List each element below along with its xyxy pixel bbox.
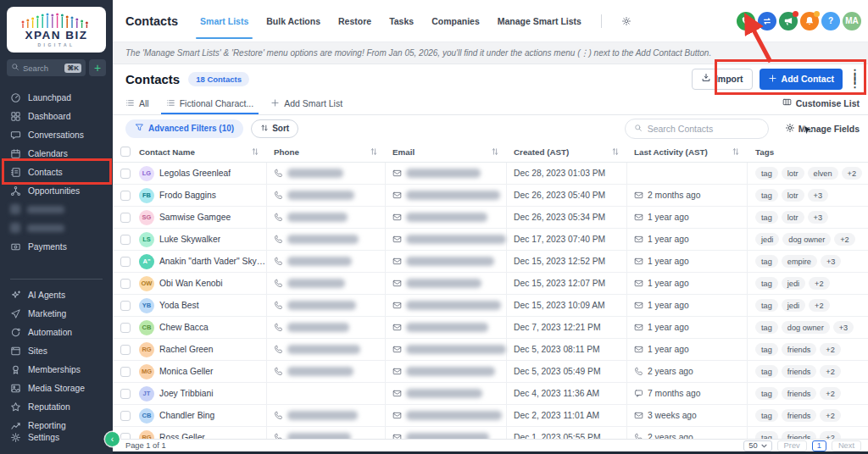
current-page-button[interactable]: 1 bbox=[812, 440, 826, 451]
row-checkbox[interactable] bbox=[120, 323, 131, 333]
tag-pill[interactable]: +3 bbox=[833, 321, 854, 334]
sidebar-item-launchpad[interactable]: Launchpad bbox=[0, 88, 113, 107]
column-header-email[interactable]: Email bbox=[386, 141, 507, 162]
contact-name[interactable]: Obi Wan Kenobi bbox=[159, 279, 223, 288]
topnav-tab-bulk-actions[interactable]: Bulk Actions bbox=[266, 0, 320, 42]
tag-pill[interactable]: +3 bbox=[808, 189, 828, 202]
page-size-select[interactable]: 50 bbox=[743, 440, 771, 451]
tag-pill[interactable]: tag bbox=[755, 211, 778, 224]
table-row[interactable]: A"Anakin "darth Vader" Skywa...Dec 15, 2… bbox=[113, 251, 868, 273]
sidebar-item-settings[interactable]: Settings bbox=[0, 428, 113, 446]
import-button[interactable]: Import bbox=[692, 69, 753, 90]
tag-pill[interactable]: tag bbox=[755, 255, 778, 268]
table-row[interactable]: CBChandler BingDec 2, 2023 11:01 AM3 wee… bbox=[113, 405, 868, 427]
tag-pill[interactable]: tag bbox=[755, 431, 778, 439]
tag-pill[interactable]: friends bbox=[782, 409, 817, 422]
topnav-tab-restore[interactable]: Restore bbox=[338, 0, 371, 42]
tag-pill[interactable]: lotr bbox=[782, 189, 804, 202]
customise-list-button[interactable]: Customise List bbox=[782, 91, 860, 114]
tag-pill[interactable]: tag bbox=[755, 365, 778, 378]
tag-pill[interactable]: +2 bbox=[809, 299, 829, 312]
tag-pill[interactable]: +2 bbox=[842, 167, 862, 180]
contact-name[interactable]: Joey Tribbiani bbox=[159, 389, 214, 398]
row-checkbox[interactable] bbox=[120, 411, 131, 421]
tag-pill[interactable]: +2 bbox=[834, 233, 854, 246]
tag-pill[interactable]: jedi bbox=[782, 299, 805, 312]
tag-pill[interactable]: dog owner bbox=[782, 321, 830, 334]
tag-pill[interactable]: lotr bbox=[782, 167, 804, 180]
phone-icon[interactable] bbox=[737, 12, 755, 30]
prev-page-button[interactable]: Prev bbox=[777, 440, 807, 451]
tag-pill[interactable]: +2 bbox=[820, 409, 840, 422]
sort-icon[interactable] bbox=[492, 147, 498, 156]
quick-add-button[interactable]: + bbox=[89, 59, 106, 76]
sidebar-item-automation[interactable]: Automation bbox=[0, 323, 113, 341]
table-row[interactable]: LGLegolas GreenleafDec 28, 2023 01:03 PM… bbox=[113, 163, 868, 185]
bell-icon[interactable] bbox=[800, 12, 819, 30]
add-contact-button[interactable]: Add Contact bbox=[760, 69, 843, 90]
sidebar-item-blurred[interactable] bbox=[0, 219, 113, 237]
table-row[interactable]: LSLuke SkywalkerDec 17, 2023 07:40 PM1 y… bbox=[113, 229, 868, 251]
sidebar-item-calendars[interactable]: Calendars bbox=[0, 144, 113, 163]
tag-pill[interactable]: friends bbox=[782, 431, 817, 439]
row-checkbox[interactable] bbox=[120, 345, 131, 355]
column-header-last-activity-ast-[interactable]: Last Activity (AST) bbox=[627, 141, 748, 162]
row-checkbox[interactable] bbox=[120, 235, 131, 245]
advanced-filters-button[interactable]: Advanced Filters (10) bbox=[125, 119, 243, 138]
tag-pill[interactable]: +2 bbox=[820, 365, 840, 378]
topnav-tab-tasks[interactable]: Tasks bbox=[389, 0, 414, 42]
megaphone-icon[interactable] bbox=[779, 12, 798, 30]
row-checkbox[interactable] bbox=[120, 191, 131, 201]
table-row[interactable]: MGMonica GellerDec 5, 2023 05:49 PM2 yea… bbox=[113, 361, 868, 383]
tag-pill[interactable]: jedi bbox=[782, 277, 805, 290]
sidebar-item-reputation[interactable]: Reputation bbox=[0, 397, 113, 416]
contact-name[interactable]: Luke Skywalker bbox=[159, 235, 220, 244]
contact-name[interactable]: Rachel Green bbox=[159, 345, 214, 354]
topnav-tab-companies[interactable]: Companies bbox=[431, 0, 480, 42]
tag-pill[interactable]: dog owner bbox=[782, 233, 831, 246]
contact-name[interactable]: Yoda Best bbox=[159, 301, 199, 310]
gear-icon[interactable] bbox=[621, 16, 632, 26]
tag-pill[interactable]: +2 bbox=[820, 343, 840, 356]
contact-name[interactable]: Samwise Gamgee bbox=[159, 213, 231, 222]
tag-pill[interactable]: tag bbox=[755, 189, 778, 202]
contact-name[interactable]: Legolas Greenleaf bbox=[159, 169, 231, 178]
tag-pill[interactable]: friends bbox=[782, 343, 817, 356]
sidebar-item-payments[interactable]: Payments bbox=[0, 237, 113, 256]
table-row[interactable]: OWObi Wan KenobiDec 15, 2023 12:07 PM1 y… bbox=[113, 273, 868, 295]
table-row[interactable]: RGRoss GellerDec 1, 2023 05:55 PM2 years… bbox=[113, 427, 868, 439]
tag-pill[interactable]: tag bbox=[755, 387, 778, 400]
sidebar-collapse-button[interactable]: ‹ bbox=[105, 432, 120, 446]
contact-name[interactable]: Chandler Bing bbox=[159, 411, 214, 420]
tag-pill[interactable]: tag bbox=[755, 343, 778, 356]
select-all-checkbox[interactable] bbox=[120, 147, 131, 157]
table-row[interactable]: YBYoda BestDec 15, 2023 10:09 AM1 year a… bbox=[113, 295, 868, 317]
tag-pill[interactable]: friends bbox=[782, 365, 817, 378]
help-icon[interactable]: ? bbox=[821, 12, 840, 30]
tab-smart-list-fictional[interactable]: Fictional Charact... bbox=[166, 91, 254, 114]
tag-pill[interactable]: jedi bbox=[755, 233, 779, 246]
table-row[interactable]: SGSamwise GamgeeDec 26, 2023 05:34 PM1 y… bbox=[113, 207, 868, 229]
sidebar-item-memberships[interactable]: Memberships bbox=[0, 360, 113, 379]
contact-name[interactable]: Chew Bacca bbox=[159, 323, 209, 332]
sort-icon[interactable] bbox=[732, 147, 739, 156]
tag-pill[interactable]: +3 bbox=[821, 255, 841, 268]
tag-pill[interactable]: +2 bbox=[809, 277, 829, 290]
column-header-phone[interactable]: Phone bbox=[267, 141, 386, 162]
tag-pill[interactable]: tag bbox=[755, 299, 778, 312]
contact-name[interactable]: Ross Geller bbox=[159, 433, 205, 439]
tag-pill[interactable]: lotr bbox=[782, 211, 804, 224]
sidebar-item-contacts[interactable]: Contacts bbox=[0, 163, 113, 181]
user-avatar[interactable]: MA bbox=[843, 12, 861, 30]
sidebar-item-sites[interactable]: Sites bbox=[0, 341, 113, 360]
row-checkbox[interactable] bbox=[120, 433, 131, 440]
tag-pill[interactable]: empire bbox=[782, 255, 817, 268]
contact-name[interactable]: Frodo Baggins bbox=[159, 191, 216, 200]
search-contacts-input[interactable]: Search Contacts bbox=[625, 119, 769, 139]
tab-all-contacts[interactable]: All bbox=[125, 91, 149, 114]
tag-pill[interactable]: elven bbox=[808, 167, 838, 180]
column-header-contact-name[interactable]: Contact Name bbox=[136, 141, 267, 162]
exchange-icon[interactable] bbox=[758, 12, 776, 30]
sidebar-item-marketing[interactable]: Marketing bbox=[0, 304, 113, 323]
sort-icon[interactable] bbox=[252, 147, 259, 156]
